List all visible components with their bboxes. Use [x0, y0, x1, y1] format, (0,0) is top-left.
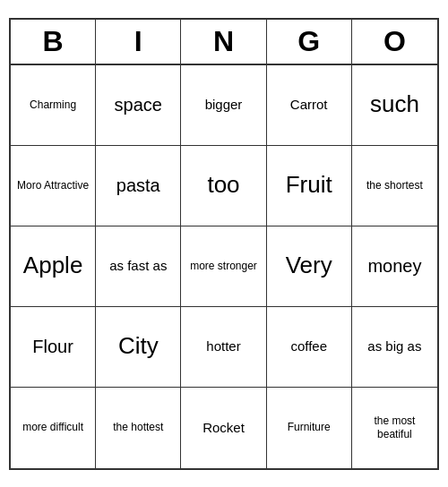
header-letter-g: G — [267, 20, 352, 64]
bingo-cell-9: the shortest — [352, 146, 437, 226]
bingo-cell-6: pasta — [96, 146, 181, 226]
bingo-cell-13: Very — [267, 226, 352, 307]
bingo-cell-14: money — [352, 226, 437, 307]
bingo-cell-22: Rocket — [181, 388, 266, 468]
header-letter-i: I — [96, 20, 181, 64]
bingo-cell-20: more difficult — [11, 388, 96, 468]
bingo-cell-12: more stronger — [181, 226, 266, 307]
bingo-cell-7: too — [181, 146, 266, 226]
bingo-cell-19: as big as — [352, 307, 437, 388]
bingo-cell-5: Moro Attractive — [11, 146, 96, 226]
bingo-cell-24: the most beatiful — [352, 388, 437, 468]
bingo-cell-18: coffee — [267, 307, 352, 388]
bingo-cell-10: Apple — [11, 226, 96, 307]
bingo-cell-8: Fruit — [267, 146, 352, 226]
bingo-header: BINGO — [11, 20, 437, 65]
bingo-board: BINGO CharmingspacebiggerCarrotsuchMoro … — [9, 18, 439, 470]
bingo-cell-0: Charming — [11, 65, 96, 146]
bingo-cell-1: space — [96, 65, 181, 146]
bingo-cell-4: such — [352, 65, 437, 146]
header-letter-n: N — [181, 20, 266, 64]
header-letter-o: O — [352, 20, 437, 64]
bingo-cell-17: hotter — [181, 307, 266, 388]
bingo-cell-23: Furniture — [267, 388, 352, 468]
header-letter-b: B — [11, 20, 96, 64]
bingo-cell-15: Flour — [11, 307, 96, 388]
bingo-cell-11: as fast as — [96, 226, 181, 307]
bingo-cell-16: City — [96, 307, 181, 388]
bingo-cell-2: bigger — [181, 65, 266, 146]
bingo-grid: CharmingspacebiggerCarrotsuchMoro Attrac… — [11, 65, 437, 468]
bingo-cell-21: the hottest — [96, 388, 181, 468]
bingo-cell-3: Carrot — [267, 65, 352, 146]
